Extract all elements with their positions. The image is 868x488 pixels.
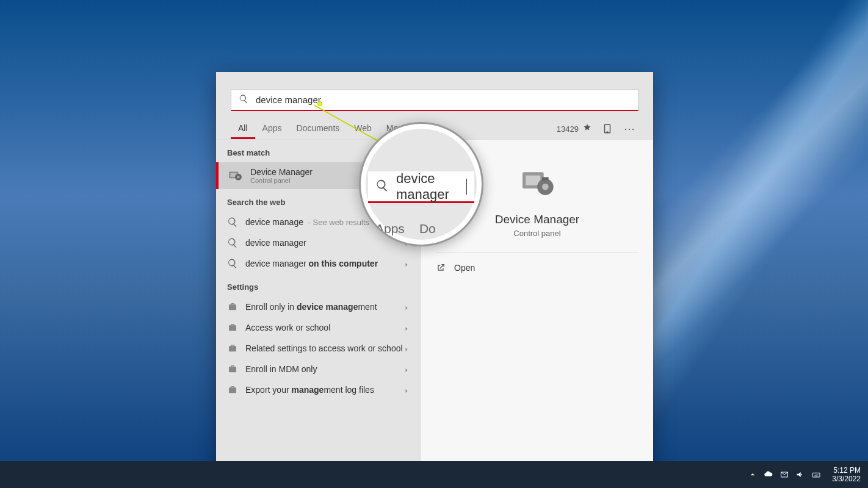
settings-result-0[interactable]: Enroll only in device management: [216, 296, 421, 317]
more-options-icon[interactable]: ⋯: [620, 122, 638, 135]
chevron-right-icon: [403, 365, 410, 373]
magnifier-tabs: Apps Do: [375, 221, 436, 236]
settings-post: ment log files: [324, 385, 374, 395]
tray-chevron-up-icon[interactable]: [748, 470, 758, 479]
rewards-points[interactable]: 13429: [557, 123, 592, 135]
search-icon: [227, 217, 238, 228]
result-text: Enroll in MDM only: [245, 364, 403, 374]
phone-link-icon[interactable]: [602, 123, 613, 134]
tab-documents[interactable]: Documents: [289, 118, 347, 139]
search-bar-container: [216, 72, 653, 111]
tray-date: 3/3/2022: [832, 475, 861, 483]
device-manager-icon: [227, 168, 243, 184]
briefcase-icon: [227, 343, 238, 354]
search-bar[interactable]: [231, 89, 638, 111]
onedrive-icon[interactable]: [764, 470, 773, 479]
chevron-right-icon: [403, 324, 410, 331]
briefcase-icon: [227, 322, 238, 333]
preview-action-label: Open: [454, 263, 475, 273]
magnifier-text: device manager: [396, 171, 465, 203]
preview-action-open[interactable]: Open: [421, 253, 653, 282]
web-result-bold: on this computer: [306, 259, 378, 268]
svg-rect-8: [542, 177, 549, 180]
web-result-2[interactable]: device manager on this computer: [216, 253, 421, 274]
search-icon: [227, 258, 238, 269]
tab-apps[interactable]: Apps: [255, 118, 289, 139]
result-text: device manager on this computer: [245, 259, 403, 268]
settings-result-3[interactable]: Enroll in MDM only: [216, 359, 421, 379]
section-settings: Settings: [216, 274, 421, 296]
tab-web[interactable]: Web: [347, 118, 379, 139]
svg-rect-10: [812, 473, 820, 477]
result-text: device manager: [245, 238, 403, 248]
settings-pre: Enroll only in: [245, 302, 297, 312]
briefcase-icon: [227, 364, 238, 375]
tray-time: 5:12 PM: [832, 466, 861, 475]
result-text: Access work or school: [245, 323, 403, 332]
system-tray: 5:12 PM 3/3/2022: [748, 466, 861, 484]
chevron-right-icon: [403, 260, 410, 267]
result-text: Enroll only in device management: [245, 302, 403, 312]
search-icon: [227, 237, 238, 248]
search-icon: [375, 179, 389, 195]
search-icon: [239, 94, 248, 106]
device-manager-large-icon: [518, 164, 557, 203]
magnifier-text-wrap: device manager: [396, 171, 467, 203]
web-result-prefix: device manage: [245, 217, 303, 227]
chevron-right-icon: [403, 345, 410, 352]
desktop: All Apps Documents Web More ▾ 13429 ⋯: [0, 0, 868, 488]
web-result-prefix: device manager: [245, 238, 306, 248]
svg-point-7: [542, 184, 549, 190]
settings-result-2[interactable]: Related settings to access work or schoo…: [216, 338, 421, 359]
result-title: Device Manager: [250, 167, 313, 177]
volume-icon[interactable]: [795, 470, 805, 479]
rewards-icon: [582, 123, 592, 135]
svg-point-3: [237, 176, 239, 178]
keyboard-icon[interactable]: [811, 470, 821, 479]
briefcase-icon: [227, 301, 238, 312]
web-result-prefix: device manager: [245, 259, 306, 268]
web-result-hint: - See web results: [306, 218, 369, 227]
chevron-right-icon: [403, 303, 410, 310]
settings-bold: manage: [291, 385, 324, 395]
taskbar: 5:12 PM 3/3/2022: [0, 461, 868, 488]
settings-result-4[interactable]: Export your management log files: [216, 379, 421, 400]
open-external-icon: [436, 263, 446, 273]
search-input[interactable]: [256, 95, 631, 105]
magnifier-tab-docs: Do: [419, 221, 436, 236]
chevron-right-icon: [403, 386, 410, 393]
tab-all[interactable]: All: [231, 118, 255, 139]
settings-bold: device manage: [297, 302, 358, 312]
text-caret: [466, 179, 467, 195]
magnifier-search-bar: device manager: [368, 171, 474, 203]
points-value: 13429: [557, 124, 579, 134]
mail-icon[interactable]: [779, 470, 789, 479]
magnifier-callout: device manager Apps Do: [359, 122, 483, 246]
preview-subtitle: Control panel: [436, 229, 638, 238]
result-text: Export your management log files: [245, 385, 403, 395]
briefcase-icon: [227, 384, 238, 395]
tray-clock[interactable]: 5:12 PM 3/3/2022: [832, 466, 861, 484]
settings-pre: Export your: [245, 385, 291, 395]
settings-result-1[interactable]: Access work or school: [216, 317, 421, 338]
settings-post: ment: [358, 302, 377, 312]
result-text: Related settings to access work or schoo…: [245, 343, 403, 353]
callout-origin-dot: [317, 101, 322, 106]
